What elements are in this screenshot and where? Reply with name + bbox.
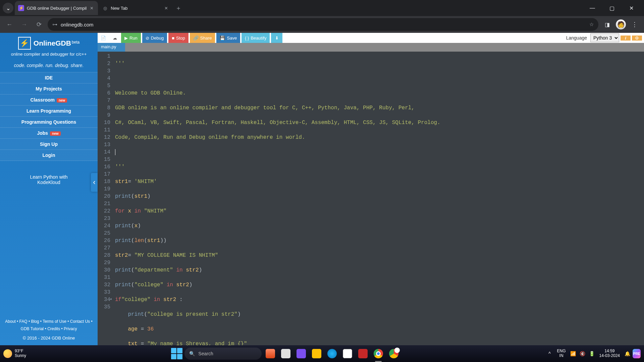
chat-icon[interactable]: [294, 347, 308, 360]
task-view-icon[interactable]: [279, 347, 292, 360]
debug-button[interactable]: ⊘Debug: [142, 33, 167, 43]
sidebar-item-label: Jobs: [37, 130, 48, 136]
taskbar-app[interactable]: [264, 347, 277, 360]
window-controls: — ▢ ✕: [586, 2, 641, 14]
footer-link-contact[interactable]: Contact Us: [70, 319, 90, 324]
close-button[interactable]: ✕: [625, 2, 638, 14]
promo-line: KodeKloud: [4, 180, 94, 185]
sidebar-item-learn[interactable]: Learn Programming: [0, 105, 98, 116]
logo-name: OnlineGDB: [34, 39, 71, 47]
promo-panel[interactable]: Learn Python with KodeKloud ‹: [0, 161, 98, 185]
download-icon: ⬇: [275, 36, 279, 41]
sidebar-item-ide[interactable]: IDE: [0, 72, 98, 83]
footer-link-tutorial[interactable]: GDB Tutorial: [21, 326, 44, 331]
save-button[interactable]: 💾Save: [216, 33, 240, 43]
code-content[interactable]: ''' Welcome to GDB Online. GDB online is…: [113, 52, 644, 345]
footer-link-blog[interactable]: Blog: [31, 319, 39, 324]
sidebar: ⚡ OnlineGDBbeta online compiler and debu…: [0, 33, 98, 345]
weather-widget[interactable]: 93°F Sunny: [3, 349, 26, 358]
tray-chevron-icon[interactable]: ^: [546, 348, 554, 359]
play-icon: ▶: [124, 36, 128, 41]
notifications-icon[interactable]: 🔔: [623, 348, 631, 359]
edge-icon[interactable]: [325, 347, 339, 360]
file-tab-main[interactable]: main.py: [98, 43, 125, 52]
sidebar-item-signup[interactable]: Sign Up: [0, 138, 98, 149]
chrome-icon[interactable]: [372, 347, 385, 360]
tab-onlinegdb[interactable]: ⚡ GDB online Debugger | Compil ✕: [15, 1, 98, 15]
editor-toolbar: 📄 ☁ ▶Run ⊘Debug ■Stop 🔗Share 💾Save { }Be…: [98, 33, 644, 43]
tab-title: New Tab: [111, 6, 161, 11]
bolt-icon: ⚡: [18, 5, 24, 11]
side-panel-icon[interactable]: ◨: [601, 18, 613, 31]
wifi-icon[interactable]: 📶: [569, 348, 577, 359]
language-label: Language: [566, 35, 587, 41]
sidebar-footer: About • FAQ • Blog • Terms of Use • Cont…: [0, 315, 98, 345]
back-button[interactable]: ←: [3, 18, 15, 31]
footer-link-about[interactable]: About: [5, 319, 15, 324]
footer-link-terms[interactable]: Terms of Use: [43, 319, 66, 324]
mcafee-icon[interactable]: [356, 347, 370, 360]
start-menu-button[interactable]: [171, 348, 182, 359]
stop-icon: ■: [172, 36, 174, 41]
chrome-menu-icon[interactable]: ⋮: [629, 18, 641, 31]
footer-link-privacy[interactable]: Privacy: [64, 326, 77, 331]
tab-newtab[interactable]: ◎ New Tab ✕: [99, 1, 172, 15]
sidebar-item-login[interactable]: Login: [0, 149, 98, 161]
minimize-button[interactable]: —: [586, 2, 599, 14]
sidebar-item-jobs[interactable]: Jobsnew: [0, 127, 98, 138]
taskbar-search[interactable]: 🔍Search: [184, 348, 262, 360]
clock[interactable]: 14:5914-03-2024: [597, 349, 622, 358]
sidebar-item-questions[interactable]: Programming Questions: [0, 116, 98, 127]
sidebar-item-projects[interactable]: My Projects: [0, 83, 98, 94]
footer-link-credits[interactable]: Credits: [47, 326, 60, 331]
search-placeholder: Search: [198, 351, 213, 356]
close-icon[interactable]: ✕: [163, 5, 169, 11]
copyright: © 2016 - 2024 GDB Online: [3, 334, 95, 342]
chrome-profile-icon[interactable]: [387, 347, 400, 360]
address-bar[interactable]: ⊶ onlinegdb.com ☆: [48, 18, 598, 31]
tab-search-dropdown[interactable]: ⌄: [3, 3, 13, 13]
explorer-icon[interactable]: [310, 347, 323, 360]
volume-icon[interactable]: 🔇: [579, 348, 587, 359]
input-language[interactable]: ENGIN: [555, 349, 568, 358]
new-badge: new: [57, 98, 67, 103]
share-button[interactable]: 🔗Share: [190, 33, 215, 43]
sun-icon: [3, 349, 12, 358]
file-tabs: main.py: [98, 43, 644, 52]
bookmark-icon[interactable]: ☆: [589, 21, 594, 27]
button-label: Beautify: [251, 36, 266, 41]
text-cursor: [115, 149, 115, 155]
beautify-button[interactable]: { }Beautify: [241, 33, 270, 43]
close-icon[interactable]: ✕: [89, 5, 95, 11]
sidebar-collapse-handle[interactable]: ‹: [91, 173, 98, 192]
info-button[interactable]: i: [621, 36, 631, 41]
code-editor[interactable]: 1234567891011121314151617181920212223242…: [98, 52, 644, 345]
gear-icon: ⚙: [635, 36, 639, 41]
store-icon[interactable]: [341, 347, 354, 360]
button-label: Debug: [151, 36, 164, 41]
line-gutter: 1234567891011121314151617181920212223242…: [98, 52, 113, 345]
stop-button[interactable]: ■Stop: [168, 33, 189, 43]
new-file-button[interactable]: 📄: [98, 33, 108, 43]
site-settings-icon[interactable]: ⊶: [52, 21, 57, 27]
settings-button[interactable]: ⚙: [632, 36, 642, 41]
maximize-button[interactable]: ▢: [605, 2, 619, 14]
save-icon: 💾: [220, 36, 225, 41]
language-select[interactable]: Python 3: [590, 34, 619, 42]
profile-avatar[interactable]: 🧑: [616, 19, 626, 29]
battery-icon[interactable]: 🔋: [588, 348, 596, 359]
reload-button[interactable]: ⟳: [33, 18, 45, 31]
upload-button[interactable]: ☁: [110, 33, 120, 43]
run-button[interactable]: ▶Run: [121, 33, 141, 43]
new-tab-button[interactable]: ＋: [173, 3, 184, 13]
forward-button[interactable]: →: [18, 18, 30, 31]
logo-tagline: code. compile. run. debug. share.: [0, 59, 98, 72]
button-label: Run: [129, 36, 138, 41]
logo-subtitle: online compiler and debugger for c/c++: [0, 52, 98, 57]
editor-panel: 📄 ☁ ▶Run ⊘Debug ■Stop 🔗Share 💾Save { }Be…: [98, 33, 644, 345]
logo: ⚡ OnlineGDBbeta online compiler and debu…: [0, 33, 98, 59]
footer-link-faq[interactable]: FAQ: [19, 319, 28, 324]
copilot-icon[interactable]: PRE: [633, 348, 641, 359]
download-button[interactable]: ⬇: [271, 33, 282, 43]
sidebar-item-classroom[interactable]: Classroomnew: [0, 94, 98, 105]
